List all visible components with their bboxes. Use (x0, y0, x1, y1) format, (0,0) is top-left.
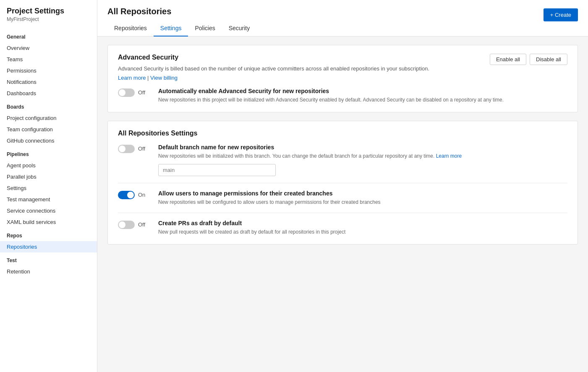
page-title: All Repositories (107, 7, 256, 16)
sidebar-section-test: Test (0, 252, 97, 266)
advanced-security-toggle-state: Off (138, 89, 145, 96)
toggle-info-draft_pr: Create PRs as draft by defaultNew pull r… (158, 220, 567, 236)
toggle-slider-advsec (118, 88, 135, 97)
toggle-wrapper-default_branch: Off (118, 145, 152, 153)
sidebar-subtitle: MyFirstProject (0, 16, 97, 29)
sidebar-item-retention[interactable]: Retention (0, 266, 97, 277)
sidebar-item-agent-pools[interactable]: Agent pools (0, 160, 97, 171)
advanced-security-toggle-sub: New repositories in this project will be… (158, 96, 567, 104)
sidebar-item-github-connections[interactable]: GitHub connections (0, 135, 97, 146)
slider-manage_perms (118, 191, 135, 199)
sidebar-item-test-management[interactable]: Test management (0, 194, 97, 205)
toggle-state-manage_perms: On (138, 192, 145, 198)
disable-all-button[interactable]: Disable all (530, 54, 567, 65)
main-content: All Repositories RepositoriesSettingsPol… (97, 0, 588, 372)
toggle-manage_perms[interactable] (118, 191, 135, 199)
learn-more-link-default_branch[interactable]: Learn more (436, 153, 462, 159)
create-button[interactable]: + Create (544, 8, 578, 21)
sidebar-item-service-connections[interactable]: Service connections (0, 205, 97, 216)
toggle-state-default_branch: Off (138, 146, 145, 152)
tab-bar: RepositoriesSettingsPoliciesSecurity (107, 21, 256, 36)
advanced-security-title: Advanced Security (118, 54, 429, 61)
advanced-security-toggle-label: Automatically enable Advanced Security f… (158, 88, 567, 94)
content-area: Advanced Security Advanced Security is b… (97, 36, 588, 261)
tab-repositories[interactable]: Repositories (107, 21, 154, 36)
main-header: All Repositories RepositoriesSettingsPol… (97, 0, 588, 36)
enable-all-button[interactable]: Enable all (490, 54, 526, 65)
advanced-security-desc: Advanced Security is billed based on the… (118, 65, 429, 73)
sidebar-item-team-configuration[interactable]: Team configuration (0, 124, 97, 135)
card-action-buttons: Enable all Disable all (490, 54, 567, 65)
toggle-info-manage_perms: Allow users to manage permissions for th… (158, 190, 567, 206)
toggle-label-default_branch: Default branch name for new repositories (158, 144, 567, 151)
sidebar-item-permissions[interactable]: Permissions (0, 65, 97, 76)
toggle-sub-manage_perms: New repositories will be configured to a… (158, 198, 567, 206)
sidebar-section-pipelines: Pipelines (0, 146, 97, 160)
toggle-label-manage_perms: Allow users to manage permissions for th… (158, 190, 567, 197)
advanced-security-toggle-row: Off Automatically enable Advanced Securi… (118, 88, 567, 104)
toggle-sub-draft_pr: New pull requests will be created as dra… (158, 228, 567, 236)
all-repos-settings-title: All Repositories Settings (118, 130, 567, 137)
sidebar: Project Settings MyFirstProject GeneralO… (0, 0, 97, 372)
toggle-label-draft_pr: Create PRs as draft by default (158, 220, 567, 226)
sidebar-item-repositories[interactable]: Repositories (0, 241, 97, 252)
toggle-default_branch[interactable] (118, 145, 135, 153)
advanced-security-toggle-info: Automatically enable Advanced Security f… (158, 88, 567, 104)
slider-default_branch (118, 145, 135, 153)
tab-security[interactable]: Security (222, 21, 257, 36)
advanced-security-card: Advanced Security Advanced Security is b… (107, 45, 578, 112)
sidebar-item-teams[interactable]: Teams (0, 54, 97, 65)
sidebar-title: Project Settings (0, 7, 97, 16)
view-billing-link[interactable]: View billing (150, 75, 178, 81)
toggle-state-draft_pr: Off (138, 221, 145, 228)
sidebar-item-dashboards[interactable]: Dashboards (0, 88, 97, 99)
divider (118, 183, 567, 183)
learn-more-link[interactable]: Learn more (118, 75, 146, 81)
slider-draft_pr (118, 221, 135, 229)
sidebar-item-overview[interactable]: Overview (0, 42, 97, 54)
toggle-row-draft_pr: OffCreate PRs as draft by defaultNew pul… (118, 220, 567, 236)
card-header-row: Advanced Security Advanced Security is b… (118, 54, 567, 81)
tab-policies[interactable]: Policies (188, 21, 222, 36)
toggle-row-manage_perms: OnAllow users to manage permissions for … (118, 190, 567, 206)
sidebar-section-boards: Boards (0, 99, 97, 112)
toggle-row-default_branch: OffDefault branch name for new repositor… (118, 144, 567, 176)
advanced-security-links: Learn more | View billing (118, 75, 429, 81)
tab-settings[interactable]: Settings (154, 21, 188, 36)
sidebar-section-general: General (0, 29, 97, 42)
sidebar-item-notifications[interactable]: Notifications (0, 76, 97, 88)
sidebar-item-parallel-jobs[interactable]: Parallel jobs (0, 171, 97, 182)
toggle-sub-default_branch: New repositories will be initialized wit… (158, 152, 567, 160)
sidebar-item-settings[interactable]: Settings (0, 182, 97, 194)
sidebar-item-project-configuration[interactable]: Project configuration (0, 112, 97, 124)
toggle-draft_pr[interactable] (118, 221, 135, 229)
toggle-wrapper-advsec: Off (118, 88, 152, 97)
toggle-info-default_branch: Default branch name for new repositories… (158, 144, 567, 176)
sidebar-section-repos: Repos (0, 228, 97, 241)
all-repos-settings-card: All Repositories Settings OffDefault bra… (107, 121, 578, 245)
toggle-wrapper-manage_perms: On (118, 191, 152, 199)
branch-input-wrap-default_branch (158, 164, 567, 176)
sidebar-item-xaml-build-services[interactable]: XAML build services (0, 216, 97, 228)
divider (118, 213, 567, 213)
toggle-wrapper-draft_pr: Off (118, 221, 152, 229)
branch-name-input[interactable] (158, 164, 276, 176)
advanced-security-toggle[interactable] (118, 88, 135, 97)
